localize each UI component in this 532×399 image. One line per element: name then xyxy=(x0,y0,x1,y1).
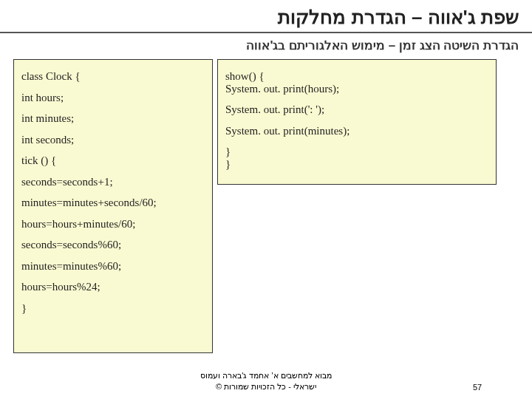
page-subtitle: הגדרת השיטה הצג זמן – מימוש האלגוריתם בג… xyxy=(0,33,532,59)
code-box-left: class Clock { int hours; int minutes; in… xyxy=(13,59,213,353)
content-row: class Clock { int hours; int minutes; in… xyxy=(0,59,532,353)
code-line: int minutes; xyxy=(21,108,205,129)
code-line: int seconds; xyxy=(21,129,205,151)
code-line: tick () { xyxy=(21,150,205,171)
code-line: minutes=minutes+seconds/60; xyxy=(21,192,205,214)
code-line: int hours; xyxy=(21,87,205,109)
footer-credit: מבוא למחשבים א' אחמד ג'בארה ועמוס ישראלי… xyxy=(59,370,473,392)
credit-line: ישראלי - כל הזכויות שמורות © xyxy=(59,381,473,392)
code-line: class Clock { xyxy=(21,66,205,87)
code-line: System. out. print(minutes); xyxy=(225,120,488,142)
code-box-right: show() { System. out. print(hours); Syst… xyxy=(217,59,497,185)
code-line: System. out. print(': '); xyxy=(225,99,488,120)
code-line: } xyxy=(225,154,488,175)
credit-line: מבוא למחשבים א' אחמד ג'בארה ועמוס xyxy=(59,370,473,381)
code-line: hours=hours+minutes/60; xyxy=(21,214,205,235)
page-title: שפת ג'אווה – הגדרת מחלקות xyxy=(0,0,532,33)
footer: מבוא למחשבים א' אחמד ג'בארה ועמוס ישראלי… xyxy=(0,370,532,392)
code-line: minutes=minutes%60; xyxy=(21,256,205,277)
code-line: hours=hours%24; xyxy=(21,276,205,298)
code-line: } xyxy=(21,298,205,319)
code-line: seconds=seconds+1; xyxy=(21,171,205,193)
code-line: System. out. print(hours); xyxy=(225,78,488,100)
code-line: seconds=seconds%60; xyxy=(21,234,205,256)
page-number: 57 xyxy=(473,383,502,392)
